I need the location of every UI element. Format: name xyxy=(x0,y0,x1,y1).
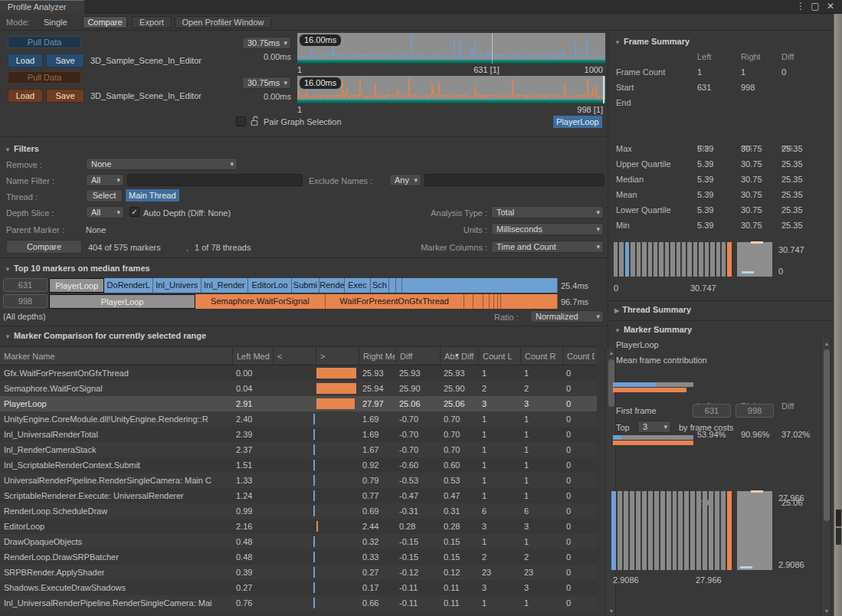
top10-segment[interactable]: PlayerLoop xyxy=(49,294,195,309)
column-header--[interactable]: > xyxy=(316,347,359,365)
marker-histogram[interactable] xyxy=(611,491,732,570)
mode-compare-button[interactable]: Compare xyxy=(83,16,127,28)
top10-segment[interactable] xyxy=(402,278,558,293)
ratio-dropdown[interactable]: Normalized▾ xyxy=(530,310,604,323)
column-header-count-r[interactable]: Count R xyxy=(520,347,562,365)
top10-segment[interactable] xyxy=(501,294,558,309)
thread-value-chip[interactable]: Main Thread xyxy=(126,189,179,202)
table-row[interactable]: Shadows.ExecuteDrawShadows0.270.17-0.110… xyxy=(0,580,597,595)
save-right-button[interactable]: Save xyxy=(46,89,84,103)
maximize-icon[interactable]: ▢ xyxy=(809,1,821,11)
foldout-open-icon[interactable]: ▼ xyxy=(5,266,11,273)
table-row[interactable]: Gfx.WaitForPresentOnGfxThread0.0025.9325… xyxy=(0,365,597,381)
foldout-open-icon[interactable]: ▼ xyxy=(5,333,11,340)
scroll-up-icon[interactable]: ▲ xyxy=(821,341,832,346)
export-button[interactable]: Export xyxy=(132,16,172,28)
window-edge[interactable] xyxy=(834,14,842,616)
top10-segment[interactable]: Inl_Render xyxy=(201,278,249,293)
exclude-names-input[interactable] xyxy=(424,174,604,186)
column-header-left-med[interactable]: Left Med xyxy=(232,347,273,365)
exclude-mode-dropdown[interactable]: Any▾ xyxy=(389,174,421,186)
selected-marker-chip[interactable]: PlayerLoop xyxy=(553,116,602,128)
name-filter-mode-dropdown[interactable]: All▾ xyxy=(86,174,124,186)
top10-segment[interactable]: Submi xyxy=(292,278,320,293)
top10-segment[interactable]: WaitForPresentOnGfxThread xyxy=(326,294,464,309)
top10-segment[interactable] xyxy=(464,294,474,309)
scrollbar-thumb[interactable] xyxy=(824,349,830,521)
mode-single-button[interactable]: Single xyxy=(44,18,67,27)
top-n-dropdown[interactable]: 3▾ xyxy=(637,421,671,433)
open-profiler-window-button[interactable]: Open Profiler Window xyxy=(175,16,271,28)
top10-segment[interactable]: EditorLoo xyxy=(248,278,291,293)
right-frame-index-button[interactable]: 998 xyxy=(3,294,48,308)
column-header-abs-diff[interactable]: Abs Diff▼ xyxy=(440,347,478,365)
depth-mode-dropdown[interactable]: All▾ xyxy=(86,206,124,218)
top10-segment[interactable]: Rende xyxy=(319,278,345,293)
column-header-count-d[interactable]: Count D xyxy=(562,347,595,365)
table-row[interactable]: SRPBRender.ApplyShader0.390.27-0.120.122… xyxy=(0,565,597,580)
pair-graph-checkbox[interactable] xyxy=(236,116,246,126)
table-row[interactable]: ScriptableRenderer.Execute: UniversalRen… xyxy=(0,488,597,503)
left-frame-index-button[interactable]: 631 xyxy=(3,278,48,292)
name-filter-input[interactable] xyxy=(127,174,303,186)
top10-bar-left[interactable]: PlayerLoopDoRenderLInl_UniversInl_Render… xyxy=(49,278,558,293)
top10-segment[interactable] xyxy=(473,294,483,309)
table-row[interactable]: Inl_ScriptableRenderContext.Submit1.510.… xyxy=(0,457,597,473)
table-row[interactable]: UniversalRenderPipeline.RenderSingleCame… xyxy=(0,473,597,488)
table-row[interactable]: Inl_RenderCameraStack2.371.67-0.700.7011… xyxy=(0,442,597,457)
table-row[interactable]: RenderLoop.DrawSRPBatcher0.480.33-0.150.… xyxy=(0,549,597,565)
column-header-marker-name[interactable]: Marker Name xyxy=(0,347,232,365)
left-frame-graph[interactable]: 16.00ms xyxy=(297,33,605,64)
marker-boxplot[interactable] xyxy=(737,491,772,570)
table-row[interactable]: PlayerLoop2.9127.9725.0625.06330 xyxy=(0,396,597,411)
column-header-count-l[interactable]: Count L xyxy=(478,347,520,365)
top10-segment[interactable]: Semaphore.WaitForSignal xyxy=(195,294,325,309)
kebab-menu-icon[interactable]: ⋮ xyxy=(794,1,807,11)
foldout-open-icon[interactable]: ▼ xyxy=(614,327,621,334)
table-row[interactable]: Inl_UniversalRenderTotal2.391.69-0.700.7… xyxy=(0,427,597,442)
pull-data-right-button[interactable]: Pull Data xyxy=(8,71,81,84)
window-tab[interactable]: Profile Analyzer xyxy=(0,0,84,14)
column-header-right-me[interactable]: Right Me xyxy=(359,347,395,365)
table-row[interactable]: Inl_UniversalRenderPipeline.RenderSingle… xyxy=(0,595,597,611)
column-header--[interactable]: < xyxy=(273,347,316,365)
remove-dropdown[interactable]: None▾ xyxy=(86,158,238,170)
table-row[interactable]: DrawOpaqueObjects0.480.32-0.150.15110 xyxy=(0,534,597,549)
marker-columns-dropdown[interactable]: Time and Count▾ xyxy=(491,241,604,253)
table-row[interactable]: RenderLoop.ScheduleDraw0.990.69-0.310.31… xyxy=(0,503,597,519)
frame-boxplot[interactable] xyxy=(737,242,772,277)
top10-segment[interactable] xyxy=(396,278,403,293)
table-row[interactable]: UnityEngine.CoreModule.dll!UnityEngine.R… xyxy=(0,411,597,427)
top10-segment[interactable]: Exec xyxy=(345,278,370,293)
right-frame-graph[interactable]: 16.00ms xyxy=(297,76,605,103)
top10-segment[interactable]: DoRenderL xyxy=(104,278,153,293)
frame-histogram[interactable] xyxy=(614,242,732,277)
right-range-dropdown[interactable]: 30.75ms▾ xyxy=(242,77,291,89)
scroll-down-icon[interactable]: ▼ xyxy=(821,608,832,614)
close-icon[interactable]: ✕ xyxy=(824,1,837,11)
top10-segment[interactable]: PlayerLoop xyxy=(49,278,104,293)
compare-button[interactable]: Compare xyxy=(6,240,82,254)
top10-segment[interactable] xyxy=(389,278,396,293)
foldout-closed-icon[interactable]: ▶ xyxy=(614,307,619,314)
table-row[interactable]: Semaphore.WaitForSignal0.0425.9425.9025.… xyxy=(0,381,597,396)
first-frame-right-button[interactable]: 998 xyxy=(736,404,774,418)
foldout-open-icon[interactable]: ▼ xyxy=(614,39,621,46)
thread-select-button[interactable]: Select xyxy=(86,189,123,202)
summary-scrollbar[interactable]: ▲ ▼ xyxy=(821,339,831,616)
top10-bar-right[interactable]: PlayerLoopSemaphore.WaitForSignalWaitFor… xyxy=(49,294,558,309)
column-header-diff[interactable]: Diff xyxy=(395,347,440,365)
table-row[interactable]: EditorLoop2.162.440.280.28330 xyxy=(0,519,597,534)
top10-segment[interactable] xyxy=(483,294,490,309)
first-frame-left-button[interactable]: 631 xyxy=(693,404,731,418)
foldout-open-icon[interactable]: ▼ xyxy=(5,146,11,153)
pull-data-left-button[interactable]: Pull Data xyxy=(8,36,81,48)
top10-segment[interactable]: Inl_Univers xyxy=(153,278,201,293)
save-left-button[interactable]: Save xyxy=(46,54,84,67)
units-dropdown[interactable]: Milliseconds▾ xyxy=(491,223,604,235)
load-left-button[interactable]: Load xyxy=(8,54,43,67)
left-range-dropdown[interactable]: 30.75ms▾ xyxy=(242,37,291,49)
auto-depth-checkbox[interactable]: ✓ xyxy=(129,207,139,217)
analysis-type-dropdown[interactable]: Total▾ xyxy=(491,206,604,218)
load-right-button[interactable]: Load xyxy=(8,89,43,103)
